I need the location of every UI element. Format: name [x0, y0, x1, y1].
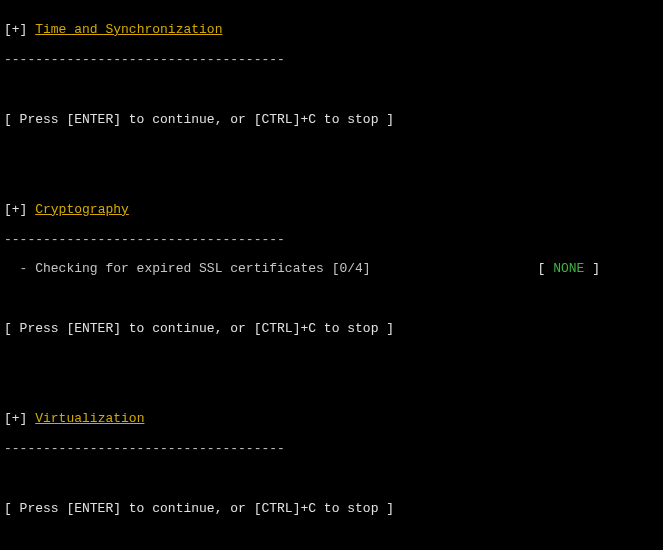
terminal-output: [+] Time and Synchronization -----------…	[0, 0, 663, 550]
section-title: Cryptography	[35, 203, 129, 218]
check-status-wrap: [ NONE ]	[538, 262, 604, 277]
section-prefix: [+]	[4, 412, 35, 427]
blank-line	[4, 292, 659, 307]
section-title: Virtualization	[35, 412, 144, 427]
blank-line	[4, 173, 659, 188]
bracket-right: ]	[584, 261, 600, 276]
continue-prompt[interactable]: [ Press [ENTER] to continue, or [CTRL]+C…	[4, 113, 659, 128]
blank-line	[4, 352, 659, 367]
blank-line	[4, 472, 659, 487]
section-title: Time and Synchronization	[35, 23, 222, 38]
section-header-virt: [+] Virtualization	[4, 412, 659, 427]
check-ssl-cert: - Checking for expired SSL certificates …	[4, 262, 604, 277]
blank-line	[4, 143, 659, 158]
status-none: NONE	[553, 261, 584, 276]
section-prefix: [+]	[4, 23, 35, 38]
divider: ------------------------------------	[4, 53, 659, 68]
continue-prompt[interactable]: [ Press [ENTER] to continue, or [CTRL]+C…	[4, 322, 659, 337]
section-header-time: [+] Time and Synchronization	[4, 23, 659, 38]
bracket-left: [	[538, 261, 554, 276]
continue-prompt[interactable]: [ Press [ENTER] to continue, or [CTRL]+C…	[4, 502, 659, 517]
blank-line	[4, 532, 659, 547]
check-text: - Checking for expired SSL certificates …	[4, 262, 371, 277]
blank-line	[4, 83, 659, 98]
divider: ------------------------------------	[4, 442, 659, 457]
divider: ------------------------------------	[4, 233, 659, 248]
blank-line	[4, 382, 659, 397]
section-header-crypto: [+] Cryptography	[4, 203, 659, 218]
section-prefix: [+]	[4, 203, 35, 218]
